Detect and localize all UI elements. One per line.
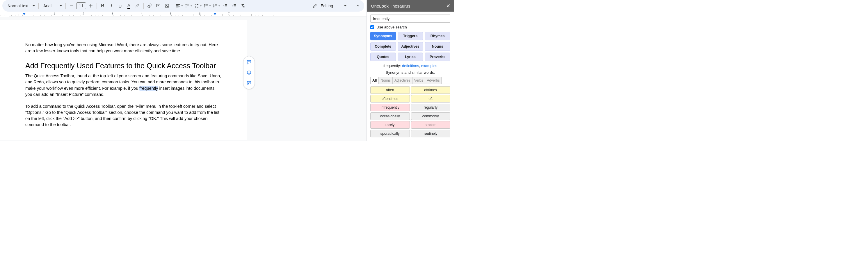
underline-button[interactable]: U <box>116 2 124 10</box>
pos-tab-all[interactable]: All <box>370 77 379 83</box>
paragraph[interactable]: No matter how long you've been using Mic… <box>25 42 222 54</box>
indent-decrease-button[interactable] <box>221 2 229 10</box>
numbered-list-button[interactable]: 123 <box>212 2 221 10</box>
highlight-color-button[interactable] <box>133 2 142 10</box>
thesaurus-search-input[interactable] <box>370 14 450 23</box>
query-tab-complete[interactable]: Complete <box>370 42 396 51</box>
clear-formatting-button[interactable] <box>239 2 247 10</box>
results-grid: oftenofttimesoftentimesoftinfrequentlyre… <box>370 86 450 137</box>
ruler-number: 6 <box>199 12 201 15</box>
query-tab-triggers[interactable]: Triggers <box>398 32 423 40</box>
ruler-right-marker[interactable] <box>214 13 216 15</box>
caret-down-icon <box>200 5 202 6</box>
result-infrequently[interactable]: infrequently <box>370 104 410 111</box>
ruler-indent-marker[interactable] <box>23 13 26 15</box>
editing-mode-label: Editing <box>320 3 333 8</box>
suggest-edit-icon <box>246 80 252 86</box>
svg-rect-1 <box>165 4 169 7</box>
query-tab-proverbs[interactable]: Proverbs <box>425 53 450 61</box>
sidebar-header: OneLook Thesaurus <box>367 0 454 12</box>
font-size-increase[interactable] <box>87 2 95 10</box>
align-button[interactable] <box>175 2 184 10</box>
paragraph-style-select[interactable]: Normal text <box>5 1 37 10</box>
query-tab-synonyms[interactable]: Synonyms <box>370 32 396 40</box>
separator <box>65 3 66 9</box>
query-tab-nouns[interactable]: Nouns <box>425 42 450 51</box>
font-size-input[interactable] <box>76 2 86 9</box>
add-comment-fab[interactable] <box>245 58 253 66</box>
ruler-number: 7 <box>228 12 230 15</box>
close-sidebar-button[interactable] <box>446 3 451 8</box>
ruler-number: 2 <box>83 12 84 15</box>
use-above-search-checkbox[interactable]: Use above search <box>370 25 450 29</box>
caret-down-icon <box>33 5 35 6</box>
insert-image-button[interactable] <box>163 2 171 10</box>
result-often[interactable]: often <box>370 86 410 94</box>
result-commonly[interactable]: commonly <box>411 112 451 120</box>
use-above-label: Use above search <box>376 25 407 29</box>
bold-icon: B <box>101 3 104 8</box>
minus-icon <box>69 3 74 8</box>
caret-down-icon <box>209 5 211 6</box>
checklist-button[interactable] <box>193 2 202 10</box>
selected-word[interactable]: frequently <box>140 86 158 91</box>
result-regularly[interactable]: regularly <box>411 104 451 111</box>
paragraph[interactable]: To add a command to the Quick Access Too… <box>25 103 222 128</box>
ruler-number: 3 <box>112 12 114 15</box>
query-tab-rhymes[interactable]: Rhymes <box>425 32 450 40</box>
paragraph[interactable]: The Quick Access Toolbar, found at the t… <box>25 73 222 98</box>
result-ofttimes[interactable]: ofttimes <box>411 86 451 94</box>
results-section-title: Synonyms and similar words: <box>370 70 450 75</box>
svg-point-10 <box>248 72 249 73</box>
bulleted-list-button[interactable] <box>203 2 212 10</box>
emoji-reaction-fab[interactable] <box>245 69 253 77</box>
result-rarely[interactable]: rarely <box>370 121 410 129</box>
separator <box>173 3 173 9</box>
examples-link[interactable]: examples <box>421 64 437 68</box>
insert-link-button[interactable] <box>146 2 154 10</box>
italic-button[interactable]: I <box>107 2 116 10</box>
paragraph-style-label: Normal text <box>7 3 29 8</box>
document-page[interactable]: No matter how long you've been using Mic… <box>0 20 247 140</box>
svg-point-3 <box>204 4 205 5</box>
collapse-toolbar-button[interactable] <box>354 2 362 10</box>
pos-tab-nouns[interactable]: Nouns <box>378 77 393 83</box>
query-tab-quotes[interactable]: Quotes <box>370 53 396 61</box>
add-comment-button[interactable] <box>154 2 162 10</box>
suggest-edits-fab[interactable] <box>245 79 253 87</box>
pos-tab-adjectives[interactable]: Adjectives <box>393 77 412 83</box>
line-spacing-button[interactable] <box>184 2 193 10</box>
use-above-checkbox-input[interactable] <box>370 25 374 29</box>
pencil-icon <box>312 3 318 8</box>
highlighter-icon <box>135 3 140 8</box>
font-family-select[interactable]: Arial <box>40 1 64 10</box>
clear-formatting-icon <box>240 3 246 8</box>
result-oft[interactable]: oft <box>411 95 451 103</box>
result-oftentimes[interactable]: oftentimes <box>370 95 410 103</box>
add-comment-icon <box>156 3 161 8</box>
result-seldom[interactable]: seldom <box>411 121 451 129</box>
indent-decrease-icon <box>223 3 228 8</box>
caret-down-icon <box>190 5 192 6</box>
ruler-number: 1 <box>54 12 55 15</box>
query-tab-lyrics[interactable]: Lyrics <box>398 53 423 61</box>
pos-tabs: AllNounsAdjectivesVerbsAdverbs <box>370 77 450 84</box>
caret-down-icon <box>60 5 62 6</box>
bold-button[interactable]: B <box>99 2 107 10</box>
pos-tab-adverbs[interactable]: Adverbs <box>425 77 441 83</box>
definitions-link[interactable]: definitions <box>402 64 419 68</box>
query-tab-adjectives[interactable]: Adjectives <box>398 42 423 51</box>
pos-tab-verbs[interactable]: Verbs <box>412 77 425 83</box>
indent-increase-button[interactable] <box>230 2 238 10</box>
font-size-decrease[interactable] <box>67 2 75 10</box>
numbered-list-icon: 123 <box>213 3 218 8</box>
heading[interactable]: Add Frequently Used Features to the Quic… <box>25 62 222 70</box>
floating-actions <box>243 56 255 89</box>
text-color-button[interactable]: A <box>125 2 133 10</box>
sidebar-title: OneLook Thesaurus <box>371 3 410 8</box>
result-routinely[interactable]: routinely <box>411 130 451 137</box>
result-sporadically[interactable]: sporadically <box>370 130 410 137</box>
ruler[interactable]: 1234567 <box>0 12 367 17</box>
result-occasionally[interactable]: occasionally <box>370 112 410 120</box>
editing-mode-button[interactable]: Editing <box>308 1 350 10</box>
